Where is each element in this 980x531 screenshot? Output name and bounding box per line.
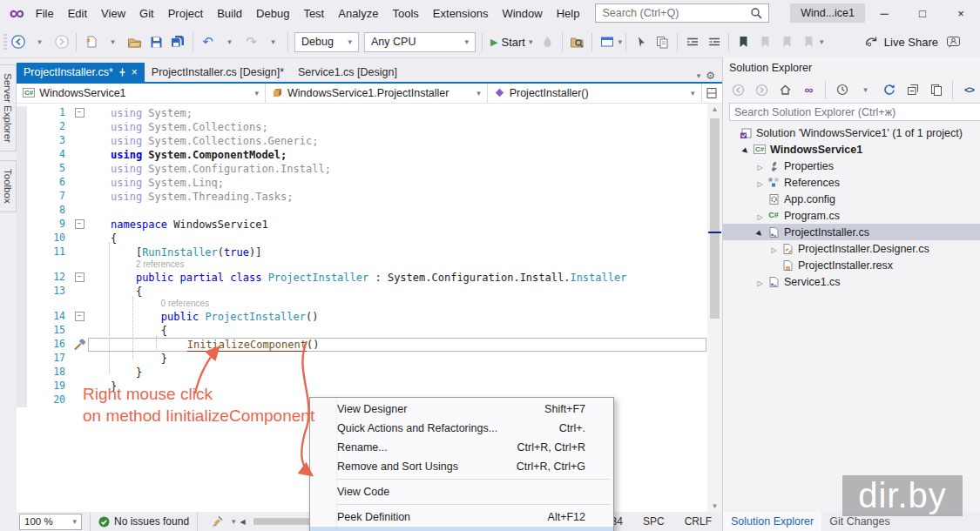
breakpoint-margin[interactable] [17, 285, 27, 299]
tab-service1-cs-design-[interactable]: Service1.cs [Design] [291, 63, 404, 82]
undo-button[interactable]: ↶ [198, 31, 218, 52]
expander-closed-icon[interactable]: ▷ [754, 276, 766, 288]
code-line[interactable]: 4using System.ComponentModel; [17, 148, 722, 162]
fold-margin[interactable] [71, 120, 88, 134]
gear[interactable]: ⚙ [706, 70, 715, 82]
feedback-button[interactable] [943, 31, 963, 52]
fold-margin[interactable] [71, 324, 88, 338]
select-pointer-button[interactable] [631, 31, 651, 52]
tab-projectinstaller-cs-[interactable]: ProjectInstaller.cs*× [17, 63, 145, 82]
breakpoint-margin[interactable] [17, 352, 27, 366]
bookmark-prev-button[interactable] [755, 31, 775, 52]
menu-item-rename[interactable]: Rename...Ctrl+R, Ctrl+R [310, 438, 613, 457]
scroll-down-icon[interactable]: ▼ [707, 500, 722, 512]
iis-express-button[interactable] [597, 31, 617, 52]
tab-projectinstaller-cs-design-[interactable]: ProjectInstaller.cs [Design]* [145, 63, 291, 82]
save-button[interactable] [146, 31, 166, 52]
code-text[interactable]: [RunInstaller(true)] [88, 245, 706, 259]
code-line[interactable]: 11 [RunInstaller(true)] [17, 245, 722, 259]
breakpoint-margin[interactable] [17, 393, 27, 407]
find-in-files-button[interactable] [567, 31, 587, 52]
toggle-bookmark-button[interactable] [733, 31, 754, 52]
breakpoint-margin[interactable] [17, 204, 27, 218]
code-line[interactable]: 18 } [17, 366, 722, 380]
code-line[interactable]: 3using System.Collections.Generic; [17, 134, 722, 148]
fold-margin[interactable] [71, 162, 88, 176]
home-icon[interactable] [775, 79, 795, 100]
code-text[interactable]: } [88, 366, 706, 380]
debug-configuration-combo[interactable]: Debug▾ [294, 32, 359, 52]
code-line[interactable]: 10{ [17, 232, 722, 245]
menu-item-view-code[interactable]: View Code [310, 482, 613, 501]
panel-tab-solution-explorer[interactable]: Solution Explorer [723, 512, 821, 531]
tree-item[interactable]: Solution 'WindowsService1' (1 of 1 proje… [723, 124, 980, 141]
scroll-up-icon[interactable]: ▲ [707, 104, 722, 116]
code-line[interactable]: 7using System.Threading.Tasks; [17, 190, 722, 204]
nav-back-icon[interactable] [8, 31, 28, 52]
code-text[interactable]: using System.Collections.Generic; [88, 134, 706, 148]
refresh-icon[interactable] [879, 79, 899, 100]
breakpoint-margin[interactable] [17, 106, 27, 120]
code-text[interactable]: using System.Threading.Tasks; [88, 190, 706, 204]
menu-item-remove-and-sort-usings[interactable]: Remove and Sort UsingsCtrl+R, Ctrl+G [310, 457, 613, 476]
menu-test[interactable]: Test [296, 3, 331, 24]
fold-margin[interactable]: − [71, 271, 88, 285]
tree-item[interactable]: ProjectInstaller.resx [723, 257, 980, 273]
menu-analyze[interactable]: Analyze [331, 3, 385, 24]
code-line[interactable]: 5using System.Configuration.Install; [17, 162, 722, 176]
breakpoint-margin[interactable] [17, 218, 27, 232]
code-line[interactable]: 8 [17, 204, 722, 218]
menu-extensions[interactable]: Extensions [426, 3, 496, 24]
menu-build[interactable]: Build [210, 3, 249, 24]
caret-down-icon[interactable]: ▾ [103, 31, 123, 52]
breakpoint-margin[interactable] [17, 310, 27, 324]
code-text[interactable]: using System.Linq; [88, 176, 706, 190]
menu-file[interactable]: File [29, 3, 61, 24]
fold-margin[interactable] [71, 366, 88, 380]
fold-margin[interactable] [71, 352, 88, 366]
fold-margin[interactable]: − [71, 310, 88, 324]
copy-structure-button[interactable] [652, 31, 672, 52]
zoom-combo[interactable]: 100 %▾ [19, 514, 82, 530]
code-text[interactable]: } [88, 352, 706, 366]
fold-collapse-icon[interactable]: − [75, 108, 84, 118]
sync-with-active-document-icon[interactable]: ∞ [799, 79, 819, 100]
tree-item[interactable]: ▷References [723, 174, 980, 191]
menu-debug[interactable]: Debug [249, 3, 296, 24]
expander-closed-icon[interactable]: ▷ [754, 160, 766, 172]
bookmark-clear-button[interactable] [799, 31, 819, 52]
member-dropdown[interactable]: ProjectInstaller()▾ [488, 84, 702, 103]
close-white[interactable]: × [132, 68, 138, 77]
breakpoint-margin[interactable] [17, 366, 27, 380]
platform-combo[interactable]: Any CPU▾ [364, 32, 476, 52]
live-share-button[interactable]: Live Share [864, 31, 977, 52]
menu-item-go-to-definition[interactable]: Go To DefinitionF12 [310, 527, 613, 531]
left-arrow-small[interactable]: ◀ [240, 518, 246, 526]
tree-item[interactable]: ▷ProjectInstaller.Designer.cs [723, 240, 980, 257]
nav-forward-icon[interactable] [51, 31, 71, 52]
fold-collapse-icon[interactable]: − [75, 312, 84, 321]
fold-margin[interactable] [71, 176, 88, 190]
code-text[interactable]: public ProjectInstaller() [88, 310, 706, 324]
fold-collapse-icon[interactable]: − [75, 272, 84, 282]
breakpoint-margin[interactable] [17, 380, 27, 393]
nav-forward-icon[interactable] [752, 79, 772, 100]
breakpoint-margin[interactable] [17, 162, 27, 176]
menu-window[interactable]: Window [495, 3, 549, 24]
pin-white[interactable] [118, 67, 127, 77]
caret-down[interactable]: ▾ [618, 37, 622, 46]
breakpoint-margin[interactable] [17, 190, 27, 204]
side-tab-server-explorer[interactable]: Server Explorer [0, 64, 17, 151]
code-line[interactable]: 16 InitializeComponent() [17, 338, 722, 352]
tree-item[interactable]: ▶ProjectInstaller.cs [723, 224, 980, 240]
breakpoint-margin[interactable] [17, 245, 27, 259]
caret-down-icon[interactable]: ▾ [263, 31, 283, 52]
view-code-icon[interactable]: <> [959, 79, 979, 100]
code-line[interactable]: 15 { [17, 324, 722, 338]
collapse-all-icon[interactable] [902, 79, 923, 100]
breakpoint-margin[interactable] [17, 120, 27, 134]
caret-down[interactable]: ▾ [697, 71, 701, 80]
code-line[interactable]: 9−namespace WindowsService1 [17, 218, 722, 232]
fold-margin[interactable] [71, 285, 88, 299]
menu-item-peek-definition[interactable]: Peek DefinitionAlt+F12 [310, 507, 613, 527]
